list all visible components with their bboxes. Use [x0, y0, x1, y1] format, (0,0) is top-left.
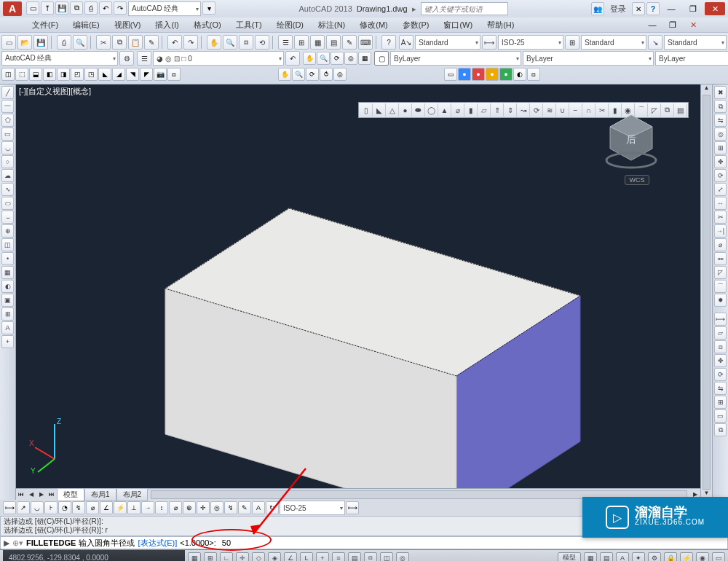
qat-open-icon[interactable]: ⤒: [41, 1, 54, 15]
doc-minimize-icon[interactable]: —: [642, 18, 662, 31]
3dmove-icon[interactable]: ✥: [714, 354, 727, 367]
window-restore-icon[interactable]: ❐: [683, 2, 703, 15]
polygon-icon[interactable]: ⬠: [1, 114, 14, 127]
pan2-icon[interactable]: ✋: [278, 68, 291, 81]
help-icon[interactable]: ?: [646, 2, 660, 15]
ellarc-icon[interactable]: ⌣: [1, 211, 14, 224]
scale-icon[interactable]: ⤢: [714, 183, 727, 196]
menu-insert[interactable]: 插入(I): [148, 18, 186, 32]
sc-toggle-icon[interactable]: ◫: [380, 552, 393, 562]
join-icon[interactable]: ⫘: [714, 252, 727, 265]
left-view-icon[interactable]: ◧: [43, 68, 56, 81]
tab-next-icon[interactable]: ▶: [36, 490, 47, 500]
pyramid-icon[interactable]: ▲: [438, 103, 451, 117]
text-style-combo[interactable]: Standard: [415, 35, 480, 50]
qat-print-icon[interactable]: ⎙: [84, 1, 98, 15]
polysolid-icon[interactable]: ▮: [464, 103, 478, 117]
copy-icon[interactable]: ⧉: [112, 35, 127, 50]
dim-quick-icon[interactable]: ⚡: [114, 501, 127, 514]
flatshot-icon[interactable]: ▤: [674, 103, 687, 117]
layer-combo[interactable]: ◕ ◎ ⊡ □ 0: [153, 51, 284, 66]
ortho-toggle-icon[interactable]: ∟: [220, 552, 233, 562]
intersect-icon[interactable]: ∩: [582, 103, 596, 117]
cone-icon[interactable]: △: [386, 103, 399, 117]
ann-scale-icon[interactable]: A: [616, 552, 629, 562]
vs-hid-icon[interactable]: ●: [486, 68, 499, 81]
dim-linear-icon[interactable]: ⟼: [3, 501, 16, 514]
camera-icon[interactable]: 📷: [154, 68, 167, 81]
addsel-icon[interactable]: +: [1, 335, 14, 348]
dim-insp-icon[interactable]: ◎: [210, 501, 223, 514]
sw-iso-icon[interactable]: ◣: [98, 68, 111, 81]
move-icon[interactable]: ✥: [714, 155, 727, 168]
dim-edit-icon[interactable]: ✎: [238, 501, 251, 514]
fillet-icon[interactable]: ⌒: [714, 280, 727, 293]
explode-icon[interactable]: ✸: [714, 294, 727, 307]
showmot-icon[interactable]: ▦: [358, 52, 371, 65]
ws-switch-icon[interactable]: ⚙: [648, 552, 661, 562]
lineweight-combo[interactable]: ByLayer: [655, 51, 728, 66]
toolpal-icon[interactable]: ▦: [310, 35, 325, 50]
vsmgr-icon[interactable]: ⧈: [167, 68, 181, 81]
vs-mgr-icon[interactable]: ⧈: [527, 68, 540, 81]
osnap-toggle-icon[interactable]: ◇: [252, 552, 265, 562]
mleaderstyle-icon[interactable]: ↘: [648, 35, 662, 50]
dim-center-icon[interactable]: ✛: [197, 501, 210, 514]
dim-cont-icon[interactable]: →: [141, 501, 154, 514]
3dosnap-toggle-icon[interactable]: ◈: [268, 552, 281, 562]
extrude-icon[interactable]: ⇑: [491, 103, 504, 117]
rect-icon[interactable]: ▭: [1, 128, 14, 141]
preview-icon[interactable]: 🔍: [73, 35, 87, 50]
mleader-style-combo[interactable]: Standard: [664, 35, 727, 50]
named-view-icon[interactable]: ◫: [1, 68, 15, 81]
iso-obj-icon[interactable]: ◉: [696, 552, 709, 562]
qat-saveas-icon[interactable]: ⧉: [70, 1, 83, 15]
dist-icon[interactable]: ⟼: [714, 313, 727, 326]
trim-icon[interactable]: ✂: [714, 211, 727, 224]
revcloud-icon[interactable]: ☁: [1, 169, 14, 182]
drawing-canvas[interactable]: [-][自定义视图][概念] ▯ ◣ △ ● ⬬ ◯ ▲ ⌀ ▮ ▱ ⇑ ⇕ ↝…: [16, 85, 700, 488]
tab-layout1[interactable]: 布局1: [84, 488, 116, 501]
model-space-btn[interactable]: 模型: [558, 552, 581, 562]
extend-icon[interactable]: →|: [714, 224, 727, 238]
qp-toggle-icon[interactable]: ⧈: [364, 552, 377, 562]
match-icon[interactable]: ✎: [144, 35, 159, 50]
dim-tol-icon[interactable]: ⊕: [183, 501, 196, 514]
menu-format[interactable]: 格式(O): [186, 18, 229, 32]
se-iso-icon[interactable]: ◢: [112, 68, 125, 81]
section-icon[interactable]: ⧉: [661, 103, 674, 117]
dim-ord-icon[interactable]: ⊦: [44, 501, 58, 514]
qat-undo-icon[interactable]: ↶: [99, 1, 112, 15]
dim-space-icon[interactable]: ↕: [155, 501, 168, 514]
command-line[interactable]: ▶ ⊕▾ FILLETEDGE 输入圆角半径或 [表达式(E)] <1.0000…: [0, 536, 728, 549]
color-swatch-icon[interactable]: ▢: [374, 51, 389, 66]
orbit-icon[interactable]: ⟳: [331, 52, 344, 65]
dim-base-icon[interactable]: ⊥: [127, 501, 141, 514]
textstyle-icon[interactable]: A↘: [399, 35, 414, 50]
solid-box[interactable]: [158, 201, 595, 488]
open-icon[interactable]: 📂: [17, 35, 32, 50]
chamfer-icon[interactable]: ◸: [714, 266, 727, 279]
plot-icon[interactable]: ⎙: [57, 35, 71, 50]
workspace-combo[interactable]: AutoCAD 经典: [1, 51, 118, 66]
menu-view[interactable]: 视图(V): [107, 18, 149, 32]
wcs-label[interactable]: WCS: [625, 175, 649, 185]
sheetset-icon[interactable]: ▤: [326, 35, 341, 50]
redo-icon[interactable]: ↷: [183, 35, 198, 50]
cmd-input[interactable]: [219, 538, 263, 547]
dim-jog-icon[interactable]: ↯: [72, 501, 85, 514]
polar-toggle-icon[interactable]: ✛: [236, 552, 249, 562]
vscroll-thumb[interactable]: [703, 95, 711, 490]
workspace-gear-icon[interactable]: ⚙: [119, 51, 134, 66]
union-icon[interactable]: ∪: [556, 103, 569, 117]
3dalign-icon[interactable]: ⧈: [714, 340, 727, 353]
pline-icon[interactable]: 〰: [1, 100, 14, 113]
menu-tools[interactable]: 工具(T): [229, 18, 269, 32]
planar-icon[interactable]: ▱: [478, 103, 491, 117]
tab-last-icon[interactable]: ⏭: [47, 490, 57, 500]
rotate-icon[interactable]: ⟳: [714, 169, 727, 182]
dim-style-combo2[interactable]: ISO-25: [280, 501, 345, 515]
dimstyle-icon[interactable]: ⟼: [482, 35, 496, 50]
zoom2-icon[interactable]: 🔍: [292, 68, 305, 81]
doc-restore-icon[interactable]: ❐: [662, 18, 683, 31]
